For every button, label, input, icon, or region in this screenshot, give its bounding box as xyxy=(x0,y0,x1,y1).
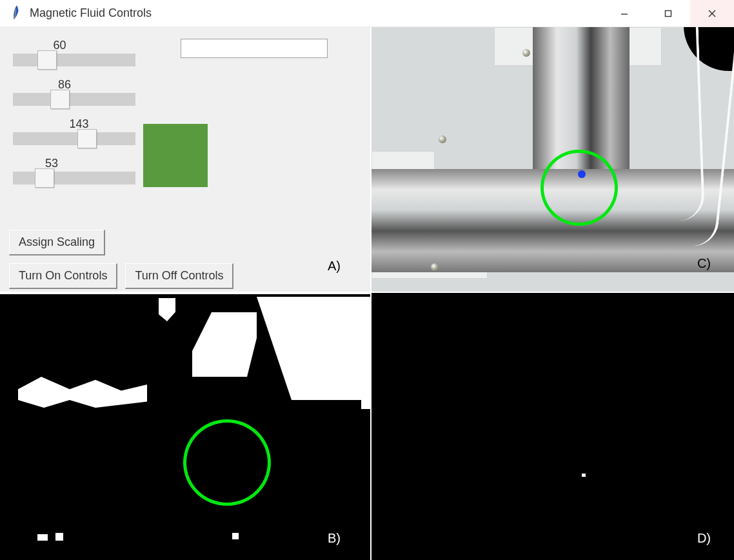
slider-4-track[interactable] xyxy=(13,172,135,185)
slider-2-thumb[interactable] xyxy=(50,90,70,109)
slider-group: 60 86 143 5 xyxy=(13,39,142,185)
app-icon xyxy=(10,5,23,23)
feather-icon xyxy=(12,5,22,22)
content-grid: 60 86 143 5 xyxy=(0,27,734,560)
slider-3-thumb[interactable] xyxy=(77,129,97,148)
window-title: Magnetic Fluid Controls xyxy=(30,6,602,20)
minimize-button[interactable] xyxy=(602,0,646,26)
maximize-icon xyxy=(664,9,673,18)
turn-on-controls-button[interactable]: Turn On Controls xyxy=(9,263,117,289)
panel-controls: 60 86 143 5 xyxy=(0,27,370,292)
panel-a-label: A) xyxy=(328,259,341,274)
tracking-dot-point xyxy=(582,474,586,477)
color-swatch xyxy=(143,124,208,187)
button-row-1: Assign Scaling xyxy=(9,230,105,255)
app-window: Magnetic Fluid Controls 60 xyxy=(0,0,734,560)
slider-1-thumb[interactable] xyxy=(37,50,57,70)
slider-3-track[interactable] xyxy=(13,132,135,145)
maximize-button[interactable] xyxy=(646,0,690,26)
panel-b-label: B) xyxy=(328,531,341,546)
slider-1: 60 xyxy=(13,39,142,66)
wire-2 xyxy=(660,27,705,221)
close-button[interactable] xyxy=(690,0,734,26)
panel-c-label: C) xyxy=(697,256,711,271)
slider-4: 53 xyxy=(13,157,142,185)
slider-3: 143 xyxy=(13,117,142,145)
panel-point: D) xyxy=(372,293,734,560)
window-buttons xyxy=(602,0,734,26)
tracking-circle-mask xyxy=(183,419,271,506)
camera-image xyxy=(372,27,734,292)
button-row-2: Turn On Controls Turn Off Controls xyxy=(9,263,233,289)
scale-entry[interactable] xyxy=(181,39,328,58)
svg-rect-1 xyxy=(666,10,671,16)
slider-1-track[interactable] xyxy=(13,54,135,66)
tracking-circle-camera xyxy=(541,150,618,226)
slider-2-track[interactable] xyxy=(13,93,135,106)
assign-scaling-button[interactable]: Assign Scaling xyxy=(9,230,105,255)
tracking-dot-camera xyxy=(578,170,586,178)
slider-4-thumb[interactable] xyxy=(35,168,54,188)
close-icon xyxy=(708,9,717,18)
slider-2: 86 xyxy=(13,78,142,106)
panel-camera: C) xyxy=(372,27,734,292)
panel-mask: B) xyxy=(0,293,370,560)
minimize-icon xyxy=(620,9,629,18)
titlebar: Magnetic Fluid Controls xyxy=(0,0,734,27)
turn-off-controls-button[interactable]: Turn Off Controls xyxy=(125,263,233,289)
panel-d-label: D) xyxy=(697,531,711,546)
